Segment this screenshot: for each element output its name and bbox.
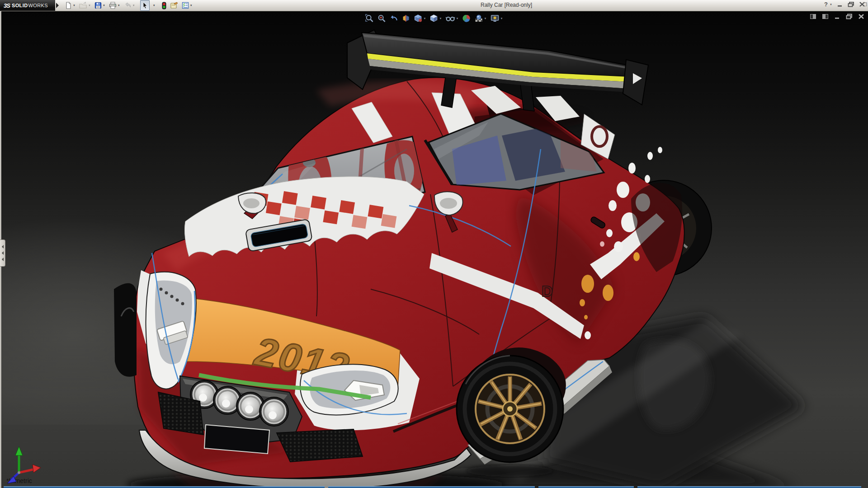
zoom-area-icon <box>377 14 386 23</box>
heads-up-view-toolbar: ▼ ▼ ▼ ▼ ▼ <box>365 14 504 23</box>
print-icon <box>109 2 117 9</box>
hide-show-items-button[interactable]: ▼ <box>445 14 459 23</box>
pane-right-icon[interactable] <box>822 14 829 19</box>
select-dropdown-button[interactable]: ▼ <box>151 0 157 11</box>
view-settings-icon <box>490 14 499 23</box>
undo-button[interactable]: ▼ <box>123 0 137 11</box>
new-document-button[interactable]: ▼ <box>63 0 77 11</box>
eyeglasses-icon <box>446 14 455 23</box>
zoom-to-area-button[interactable] <box>377 14 387 23</box>
previous-view-icon <box>390 14 398 23</box>
rebuild-button[interactable] <box>160 0 168 11</box>
options-button[interactable]: ▼ <box>180 0 194 11</box>
save-button[interactable]: ▼ <box>93 0 107 11</box>
dropdown-icon: ▼ <box>439 17 442 20</box>
apply-scene-button[interactable]: ▼ <box>474 14 487 23</box>
dropdown-icon: ▼ <box>456 17 459 20</box>
corner-restore-glyph: ❐ <box>863 2 867 8</box>
zoom-to-fit-button[interactable] <box>365 14 374 23</box>
collapse-arrow-icon <box>2 251 4 255</box>
apply-scene-icon <box>474 14 483 23</box>
new-document-icon <box>65 2 72 9</box>
doc-minimize-icon[interactable] <box>834 14 840 19</box>
open-folder-icon <box>79 2 87 9</box>
document-title: Rally Car [Read-only] <box>481 2 532 8</box>
view-orientation-icon <box>414 14 423 23</box>
options-list-icon <box>182 2 189 9</box>
undo-icon <box>124 2 132 9</box>
window-controls: ? ▼ ❐ <box>824 1 865 8</box>
dropdown-icon: ▼ <box>132 4 135 7</box>
help-button[interactable]: ? <box>824 1 828 8</box>
reference-triad <box>4 445 45 488</box>
dropdown-icon: ▼ <box>500 17 503 20</box>
previous-view-button[interactable] <box>389 14 399 23</box>
zoom-fit-icon <box>365 14 374 23</box>
toolbar-expander-icon[interactable] <box>56 3 59 8</box>
restore-icon[interactable] <box>848 2 854 7</box>
design-binder-button[interactable] <box>169 0 179 11</box>
dropdown-icon: ▼ <box>103 4 105 7</box>
graphics-area[interactable]: 2012 <box>0 11 868 488</box>
brand-mark: 3S <box>4 2 10 9</box>
door-marking: D <box>542 282 553 300</box>
doc-close-icon[interactable] <box>858 14 864 19</box>
select-cursor-icon <box>142 2 148 9</box>
save-floppy-icon <box>94 2 102 9</box>
bottom-edge-strip <box>0 486 868 488</box>
dropdown-icon: ▼ <box>424 17 426 20</box>
dropdown-icon: ▼ <box>73 4 75 7</box>
design-binder-icon <box>170 2 178 9</box>
title-bar: 3S SOLID WORKS ▼ ▼ ▼ ▼ ▼ ▼ <box>0 0 868 11</box>
display-style-button[interactable]: ▼ <box>429 14 443 23</box>
print-button[interactable]: ▼ <box>108 0 122 11</box>
dropdown-icon: ▼ <box>153 4 156 7</box>
view-settings-button[interactable]: ▼ <box>490 14 503 23</box>
collapse-arrow-icon <box>2 245 4 249</box>
section-view-button[interactable] <box>401 14 411 23</box>
document-window-controls <box>810 14 864 19</box>
dropdown-icon: ▼ <box>190 4 193 7</box>
pane-left-icon[interactable] <box>810 14 816 19</box>
featuremanager-collapse-tab[interactable] <box>0 239 5 267</box>
doc-restore-icon[interactable] <box>846 14 853 19</box>
license-plate <box>204 425 269 454</box>
display-style-icon <box>430 14 439 23</box>
collapse-arrow-icon <box>2 258 4 261</box>
select-button[interactable] <box>140 0 150 11</box>
dropdown-icon: ▼ <box>118 4 120 7</box>
view-orientation-button[interactable]: ▼ <box>414 14 427 23</box>
edit-appearance-button[interactable] <box>462 14 471 23</box>
section-view-icon <box>402 14 410 23</box>
front-left-wheel <box>114 283 137 377</box>
dropdown-icon: ▼ <box>484 17 486 20</box>
main-toolbar: ▼ ▼ ▼ ▼ ▼ ▼ <box>63 0 194 10</box>
dropdown-icon: ▼ <box>88 4 91 7</box>
minimize-icon[interactable] <box>837 2 843 7</box>
traffic-light-icon <box>162 2 166 9</box>
open-button[interactable]: ▼ <box>78 0 92 11</box>
solidworks-logo: 3S SOLID WORKS <box>0 0 55 11</box>
dropdown-icon: ▼ <box>830 3 832 6</box>
appearance-sphere-icon <box>462 14 471 23</box>
